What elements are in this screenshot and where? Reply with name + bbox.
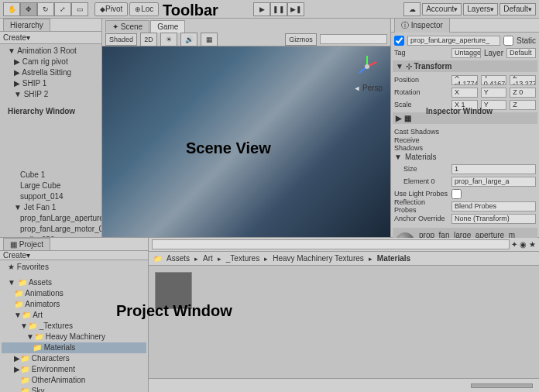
- local-toggle[interactable]: ⊕ Loc: [129, 2, 159, 16]
- materials-label: Materials: [405, 153, 437, 161]
- pos-y[interactable]: Y 0.41676: [481, 75, 507, 85]
- pos-z[interactable]: Z -13.277: [510, 75, 536, 85]
- hierarchy-tab[interactable]: Hierarchy: [3, 19, 50, 31]
- static-label: Static: [517, 36, 536, 45]
- light-probes-check[interactable]: [451, 189, 462, 199]
- layout-dropdown[interactable]: Default ▾: [500, 3, 536, 15]
- project-content: ✦ ◉ ★ 📁 Assets ▸ Art ▸ _Textures ▸ Heavy…: [149, 238, 539, 392]
- hierarchy-item[interactable]: Large Cube: [2, 181, 100, 191]
- receive-shadows-label: Receive Shadows: [394, 136, 448, 152]
- cast-shadows-label: Cast Shadows: [394, 128, 448, 136]
- static-checkbox[interactable]: [503, 36, 513, 46]
- hierarchy-item[interactable]: prop_fanLarge_aperture_: [2, 213, 100, 224]
- step-button[interactable]: ▶❚: [287, 2, 304, 16]
- active-checkbox[interactable]: [394, 36, 404, 46]
- rot-z[interactable]: Z 0: [510, 88, 536, 98]
- light-toggle[interactable]: ☀: [160, 33, 177, 46]
- mat-size-label: Size: [394, 165, 448, 173]
- anchor-label: Anchor Override: [394, 215, 448, 222]
- rect-tool[interactable]: ▭: [71, 2, 88, 16]
- object-name-field[interactable]: prop_fanLarge_aperture_: [407, 36, 500, 46]
- scene-view[interactable]: ◄ Persp: [102, 46, 390, 237]
- 2d-toggle[interactable]: 2D: [140, 33, 157, 46]
- hierarchy-list[interactable]: ▼ Animation 3 Root ▶ Cam rig pivot ▶ Ast…: [0, 44, 101, 237]
- audio-toggle[interactable]: 🔊: [180, 33, 197, 46]
- favorites-folder[interactable]: ★ Favorites: [2, 262, 146, 273]
- pause-button[interactable]: ❚❚: [270, 2, 287, 16]
- folder-item[interactable]: 📁 Sky: [2, 386, 146, 392]
- project-panel: ▦ Project Create ▾ ★ Favorites ▼ 📁 Asset…: [0, 238, 149, 392]
- shading-dropdown[interactable]: Shaded: [105, 33, 137, 46]
- layer-label: Layer: [484, 49, 503, 57]
- element0-label: Element 0: [394, 177, 448, 185]
- hierarchy-item[interactable]: support_014: [2, 191, 100, 202]
- hierarchy-item[interactable]: walls_050: [2, 235, 100, 237]
- hierarchy-panel: Hierarchy Create ▾ ▼ Animation 3 Root ▶ …: [0, 19, 102, 237]
- position-label: Position: [394, 76, 448, 84]
- scene-search[interactable]: [320, 34, 387, 44]
- breadcrumb[interactable]: 📁 Assets ▸ Art ▸ _Textures ▸ Heavy Machi…: [149, 252, 539, 266]
- hierarchy-item[interactable]: ▶ Astrella Sitting: [2, 67, 100, 78]
- fx-toggle[interactable]: ▦: [201, 33, 218, 46]
- tag-label: Tag: [394, 49, 448, 57]
- element0-field[interactable]: prop_fan_large_a: [451, 177, 536, 187]
- asset-thumbnail[interactable]: [155, 272, 192, 309]
- gizmos-dropdown[interactable]: Gizmos: [285, 33, 317, 46]
- inspector-panel: ⓘ Inspector prop_fanLarge_aperture_ Stat…: [390, 19, 539, 237]
- hierarchy-item[interactable]: ▼ Animation 3 Root: [2, 46, 100, 57]
- anchor-field[interactable]: None (Transform): [451, 214, 536, 224]
- folder-item[interactable]: ▶📁 Environment: [2, 364, 146, 375]
- hierarchy-item[interactable]: ▶ SHIP 1: [2, 78, 100, 89]
- folder-item[interactable]: 📁 OtherAnimation: [2, 375, 146, 386]
- hierarchy-item[interactable]: ▼ Jet Fan 1: [2, 202, 100, 213]
- project-tab[interactable]: ▦ Project: [3, 238, 50, 250]
- folder-item[interactable]: 📁 Animators: [2, 299, 146, 310]
- scl-x[interactable]: X 1: [451, 100, 478, 110]
- folder-item[interactable]: 📁 Animations: [2, 288, 146, 299]
- folder-item[interactable]: ▼📁 _Textures: [2, 321, 146, 332]
- transform-header[interactable]: ▼ ⊹ Transform: [393, 60, 537, 72]
- persp-label: ◄ Persp: [353, 84, 383, 92]
- hand-tool[interactable]: ✋: [3, 2, 20, 16]
- pos-x[interactable]: X -4.1774: [451, 75, 478, 85]
- scale-tool[interactable]: ⤢: [54, 2, 71, 16]
- move-tool[interactable]: ✥: [20, 2, 37, 16]
- rotate-tool[interactable]: ↻: [37, 2, 54, 16]
- hierarchy-item[interactable]: Cube 1: [2, 170, 100, 181]
- game-tab[interactable]: Game: [150, 20, 185, 33]
- play-button[interactable]: ▶: [253, 2, 270, 16]
- scale-label: Scale: [394, 101, 448, 108]
- svg-point-3: [365, 64, 369, 69]
- rotation-label: Rotation: [394, 88, 448, 96]
- hierarchy-item[interactable]: ▼ SHIP 2: [2, 89, 100, 100]
- hierarchy-item[interactable]: ▶ Cam rig pivot: [2, 57, 100, 67]
- layer-dropdown[interactable]: Default: [506, 48, 536, 58]
- thumbnail-size-slider[interactable]: [471, 383, 533, 388]
- orientation-gizmo[interactable]: [353, 53, 381, 81]
- inspector-tab[interactable]: ⓘ Inspector: [394, 18, 450, 33]
- folder-item[interactable]: ▶📁 Characters: [2, 353, 146, 364]
- toolbar: ✋ ✥ ↻ ⤢ ▭ ◆ Pivot ⊕ Loc ▶ ❚❚ ▶❚ ☁ Accoun…: [0, 0, 539, 19]
- folder-item[interactable]: ▼📁 Art: [2, 310, 146, 321]
- account-dropdown[interactable]: Account ▾: [422, 3, 462, 15]
- cloud-button[interactable]: ☁: [403, 2, 421, 16]
- assets-folder[interactable]: ▼ 📁 Assets: [2, 277, 146, 288]
- rot-x[interactable]: X: [451, 88, 478, 98]
- folder-item[interactable]: 📁 Materials: [2, 342, 146, 353]
- scl-z[interactable]: Z: [510, 100, 536, 110]
- project-create[interactable]: Create: [3, 251, 26, 260]
- scene-tab[interactable]: ✦ Scene: [105, 20, 149, 33]
- layers-dropdown[interactable]: Layers ▾: [463, 3, 498, 15]
- hierarchy-item[interactable]: prop_fanLarge_motor_00: [2, 224, 100, 235]
- scl-y[interactable]: Y: [481, 100, 507, 110]
- project-search[interactable]: [152, 239, 510, 249]
- tag-dropdown[interactable]: Untagged: [451, 48, 481, 58]
- mat-size-field[interactable]: 1: [451, 164, 536, 174]
- mesh-header[interactable]: ▶ ▦: [393, 112, 537, 124]
- reflection-label: Reflection Probes: [394, 198, 448, 214]
- rot-y[interactable]: Y: [481, 88, 507, 98]
- folder-item[interactable]: ▼📁 Heavy Machinery: [2, 332, 146, 342]
- pivot-toggle[interactable]: ◆ Pivot: [94, 2, 128, 16]
- reflection-dropdown[interactable]: Blend Probes: [451, 201, 536, 211]
- hierarchy-create[interactable]: Create: [3, 33, 26, 42]
